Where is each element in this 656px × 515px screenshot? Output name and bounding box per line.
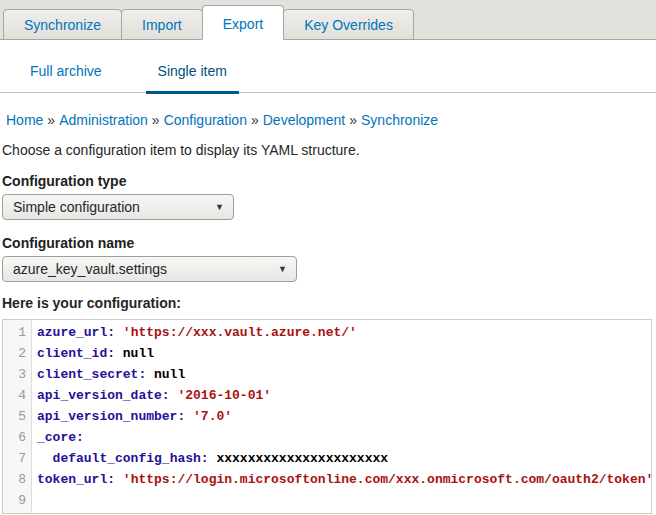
code-text: client_secret: null <box>32 364 185 385</box>
code-line-7: 7 default_config_hash: xxxxxxxxxxxxxxxxx… <box>3 448 651 469</box>
line-number: 6 <box>3 427 32 448</box>
tab-export[interactable]: Export <box>202 5 284 40</box>
token-key: client_secret: <box>37 367 146 382</box>
output-heading: Here is your configuration: <box>2 295 652 311</box>
code-text: _core: <box>32 427 84 448</box>
token-string: '2016-10-01' <box>177 388 271 403</box>
breadcrumb-separator: » <box>251 112 259 128</box>
config-name-label: Configuration name <box>2 235 652 251</box>
token-plain <box>115 325 123 340</box>
breadcrumb-separator: » <box>47 112 55 128</box>
code-text: azure_url: 'https://xxx.vault.azure.net/… <box>32 322 357 343</box>
code-text <box>32 490 37 511</box>
breadcrumb-link-administration[interactable]: Administration <box>59 112 148 128</box>
line-number: 3 <box>3 364 32 385</box>
line-number: 2 <box>3 343 32 364</box>
main-content: Home»Administration»Configuration»Develo… <box>0 93 656 515</box>
token-string: '7.0' <box>193 409 232 424</box>
code-text: api_version_number: '7.0' <box>32 406 232 427</box>
code-line-1: 1azure_url: 'https://xxx.vault.azure.net… <box>3 322 651 343</box>
token-plain: null <box>115 346 154 361</box>
token-key: token_url: <box>37 472 115 487</box>
line-number: 7 <box>3 448 32 469</box>
config-name-value: azure_key_vault.settings <box>13 261 167 277</box>
line-number: 5 <box>3 406 32 427</box>
line-number: 9 <box>3 490 32 511</box>
code-text: token_url: 'https://login.microsoftonlin… <box>32 469 653 490</box>
breadcrumb: Home»Administration»Configuration»Develo… <box>2 93 652 128</box>
breadcrumb-link-home[interactable]: Home <box>6 112 43 128</box>
token-key: api_version_number: <box>37 409 185 424</box>
code-text: api_version_date: '2016-10-01' <box>32 385 271 406</box>
primary-tabs: SynchronizeImportExportKey Overrides <box>0 0 656 40</box>
code-line-3: 3client_secret: null <box>3 364 651 385</box>
tab-synchronize[interactable]: Synchronize <box>3 9 122 40</box>
chevron-down-icon: ▼ <box>215 202 224 212</box>
code-text: client_id: null <box>32 343 154 364</box>
breadcrumb-link-configuration[interactable]: Configuration <box>164 112 247 128</box>
breadcrumb-link-development[interactable]: Development <box>263 112 346 128</box>
line-number: 4 <box>3 385 32 406</box>
token-string: 'https://xxx.vault.azure.net/' <box>123 325 357 340</box>
code-text: default_config_hash: xxxxxxxxxxxxxxxxxxx… <box>32 448 388 469</box>
tab-import[interactable]: Import <box>121 9 203 40</box>
token-plain <box>37 451 53 466</box>
code-line-2: 2client_id: null <box>3 343 651 364</box>
line-number: 1 <box>3 322 32 343</box>
token-plain <box>185 409 193 424</box>
editor-lines: 1azure_url: 'https://xxx.vault.azure.net… <box>3 322 651 511</box>
config-name-select[interactable]: azure_key_vault.settings ▼ <box>2 256 297 282</box>
breadcrumb-separator: » <box>152 112 160 128</box>
token-plain <box>115 472 123 487</box>
token-key: api_version_date: <box>37 388 170 403</box>
intro-text: Choose a configuration item to display i… <box>2 142 652 158</box>
breadcrumb-separator: » <box>349 112 357 128</box>
tab-key-overrides[interactable]: Key Overrides <box>283 9 414 40</box>
token-plain: xxxxxxxxxxxxxxxxxxxxxx <box>209 451 388 466</box>
secondary-tabs: Full archiveSingle item <box>0 40 656 93</box>
code-line-5: 5api_version_number: '7.0' <box>3 406 651 427</box>
code-line-4: 4api_version_date: '2016-10-01' <box>3 385 651 406</box>
token-key: _core: <box>37 430 84 445</box>
token-plain: null <box>146 367 185 382</box>
token-key: client_id: <box>37 346 115 361</box>
config-type-select[interactable]: Simple configuration ▼ <box>2 194 234 220</box>
code-line-8: 8token_url: 'https://login.microsoftonli… <box>3 469 651 490</box>
yaml-editor[interactable]: 1azure_url: 'https://xxx.vault.azure.net… <box>2 319 652 514</box>
config-type-value: Simple configuration <box>13 199 140 215</box>
line-number: 8 <box>3 469 32 490</box>
token-key: azure_url: <box>37 325 115 340</box>
breadcrumb-link-synchronize[interactable]: Synchronize <box>361 112 438 128</box>
token-key: default_config_hash: <box>53 451 209 466</box>
subtab-full-archive[interactable]: Full archive <box>30 63 102 92</box>
subtab-single-item[interactable]: Single item <box>146 63 239 94</box>
code-line-6: 6_core: <box>3 427 651 448</box>
chevron-down-icon: ▼ <box>278 264 287 274</box>
code-line-9: 9 <box>3 490 651 511</box>
token-string: 'https://login.microsoftonline.com/xxx.o… <box>123 472 654 487</box>
config-type-label: Configuration type <box>2 173 652 189</box>
